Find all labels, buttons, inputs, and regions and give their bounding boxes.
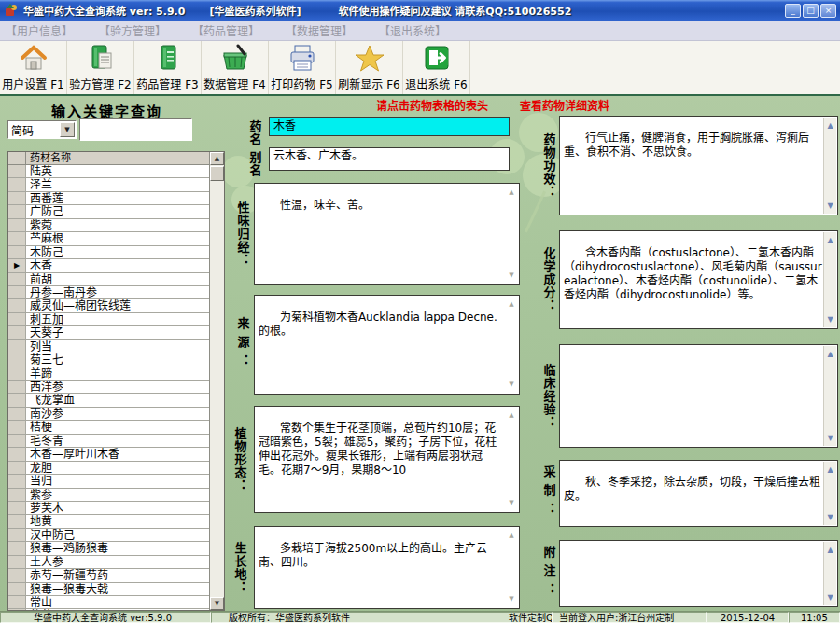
herb-row[interactable]: 桔梗 (8, 421, 209, 434)
drug-name-field[interactable]: 木香 (269, 117, 510, 136)
herb-name[interactable]: 丹参—南丹参 (26, 286, 209, 298)
herb-name[interactable]: 羊蹄 (26, 367, 209, 380)
toolbar-button-data-mgmt[interactable]: 数据管理 F4 (202, 41, 269, 94)
herb-row[interactable]: 西番莲 (8, 192, 209, 205)
scrollbar[interactable]: ▲▼ (505, 528, 518, 607)
toolbar-button-refresh[interactable]: 刷新显示 F6 (336, 41, 403, 94)
property-meridian-field[interactable]: 性温，味辛、苦。 ▲▼ (254, 183, 520, 285)
herb-row[interactable]: 紫参 (8, 489, 209, 502)
herb-row[interactable]: 陆英 (8, 165, 209, 178)
row-selector-cell[interactable] (8, 299, 26, 312)
herb-row[interactable]: 仙茅 (8, 609, 209, 610)
row-selector-cell[interactable] (8, 475, 26, 487)
herb-name[interactable]: 前胡 (26, 273, 209, 285)
herb-row[interactable]: 毛冬青 (8, 435, 209, 448)
herb-name[interactable]: 木香 (26, 259, 209, 271)
herb-name[interactable]: 土人参 (26, 556, 209, 568)
herb-row[interactable]: 狼毒—狼毒大戟 (8, 583, 209, 596)
herb-name[interactable]: 汉中防己 (26, 529, 209, 541)
toolbar-button-print[interactable]: 打印药物 F5 (269, 41, 336, 94)
row-selector-cell[interactable] (8, 609, 26, 610)
clinical-experience-field[interactable]: ▲▼ (559, 344, 838, 448)
row-selector-cell[interactable] (8, 205, 26, 217)
selected-row-marker[interactable]: ▶ (8, 259, 26, 271)
row-selector-cell[interactable] (8, 219, 26, 231)
scroll-up-icon[interactable]: ▲ (824, 463, 836, 477)
scroll-up-icon[interactable]: ▲ (824, 347, 836, 361)
menu-item-exit[interactable]: 【退出系统】 (379, 22, 446, 38)
scrollbar[interactable]: ▲▼ (823, 118, 836, 214)
harvest-processing-field[interactable]: 秋、冬季采挖，除去杂质，切段，干燥后撞去粗皮。 ▲▼ (559, 460, 838, 527)
herb-row[interactable]: 木防己 (8, 246, 209, 259)
row-selector-cell[interactable] (8, 489, 26, 501)
herb-name[interactable]: 仙茅 (26, 609, 209, 610)
scroll-up-icon[interactable]: ▲ (505, 408, 518, 422)
herb-name[interactable]: 常山 (26, 596, 209, 608)
menu-item-user-info[interactable]: 【用户信息】 (6, 22, 73, 38)
toolbar-button-user-settings[interactable]: 用户设置 F1 (0, 41, 67, 94)
scrollbar[interactable]: ▲▼ (823, 346, 836, 446)
herb-name[interactable]: 广防己 (26, 205, 209, 217)
row-selector-cell[interactable] (8, 448, 26, 460)
herb-name[interactable]: 狼毒—狼毒大戟 (26, 583, 209, 595)
title-bar[interactable]: 华盛中药大全查询系统 ver: 5.9.0 [华盛医药系列软件] 软件使用操作疑… (0, 0, 840, 21)
herb-name[interactable]: 威灵仙—棉团铁线莲 (26, 299, 209, 312)
herb-row[interactable]: 紫菀 (8, 219, 209, 232)
row-selector-cell[interactable] (8, 192, 26, 204)
scroll-up-icon[interactable]: ▲ (824, 118, 836, 132)
herb-row[interactable]: 威灵仙—棉团铁线莲 (8, 299, 209, 312)
herb-name[interactable]: 桔梗 (26, 421, 209, 433)
herb-row[interactable]: 常山 (8, 596, 209, 609)
scrollbar[interactable]: ▲▼ (505, 185, 518, 284)
scroll-down-icon[interactable]: ▼ (824, 510, 836, 524)
row-selector-cell[interactable] (8, 381, 26, 393)
herb-name[interactable]: 陆英 (26, 165, 209, 177)
scroll-up-icon[interactable]: ▲ (505, 186, 518, 200)
row-selector-cell[interactable] (8, 326, 26, 339)
herb-row[interactable]: 木香—厚叶川木香 (8, 448, 209, 461)
scroll-down-icon[interactable]: ▼ (505, 592, 518, 606)
scroll-up-icon[interactable]: ▲ (505, 298, 518, 312)
herb-name[interactable]: 狼毒—鸡肠狼毒 (26, 542, 209, 554)
herb-row[interactable]: 天葵子 (8, 326, 209, 339)
toolbar-button-drug-mgmt[interactable]: 药品管理 F3 (134, 41, 202, 94)
scroll-up-icon[interactable]: ▲ (824, 543, 836, 557)
herb-name[interactable]: 地黄 (26, 515, 209, 527)
row-selector-cell[interactable] (8, 165, 26, 177)
herb-name[interactable]: 天葵子 (26, 326, 209, 339)
herb-name[interactable]: 赤芍—新疆芍药 (26, 569, 209, 581)
herb-row[interactable]: 列当 (8, 340, 209, 353)
chevron-down-icon[interactable]: ▼ (60, 122, 75, 137)
scrollbar[interactable]: ▲▼ (505, 408, 518, 511)
scroll-down-icon[interactable]: ▼ (505, 269, 518, 283)
herb-name[interactable]: 列当 (26, 340, 209, 353)
herb-row[interactable]: 土人参 (8, 556, 209, 569)
herb-name[interactable]: 南沙参 (26, 408, 209, 420)
herb-name[interactable]: 西洋参 (26, 381, 209, 393)
row-selector-cell[interactable] (8, 542, 26, 554)
row-selector-cell[interactable] (8, 583, 26, 595)
herb-row[interactable]: 萝芙木 (8, 502, 209, 515)
herb-row[interactable]: 羊蹄 (8, 367, 209, 381)
row-selector-cell[interactable] (8, 353, 26, 366)
scroll-up-icon[interactable]: ▲ (824, 233, 836, 247)
herb-name-column-header[interactable]: 药材名称 (26, 152, 209, 164)
herb-row[interactable]: 刺五加 (8, 313, 209, 326)
row-selector-cell[interactable] (8, 286, 26, 298)
herb-row[interactable]: 苎麻根 (8, 232, 209, 245)
row-selector-cell[interactable] (8, 596, 26, 608)
herb-name[interactable]: 菊三七 (26, 353, 209, 366)
note-field[interactable]: ▲▼ (559, 540, 838, 607)
herb-list-header[interactable]: 药材名称 (8, 152, 209, 165)
row-selector-cell[interactable] (8, 367, 26, 380)
row-selector-cell[interactable] (8, 178, 26, 190)
row-selector-cell[interactable] (8, 502, 26, 514)
herb-row[interactable]: 泽兰 (8, 178, 209, 191)
herb-row[interactable]: 西洋参 (8, 381, 209, 394)
scrollbar[interactable]: ▲▼ (823, 462, 836, 525)
scroll-down-icon[interactable]: ▼ (824, 590, 836, 604)
herb-name[interactable]: 木防己 (26, 246, 209, 258)
herb-name[interactable]: 木香—厚叶川木香 (26, 448, 209, 460)
herb-name[interactable]: 紫参 (26, 489, 209, 501)
scroll-down-icon[interactable]: ▼ (210, 597, 224, 610)
